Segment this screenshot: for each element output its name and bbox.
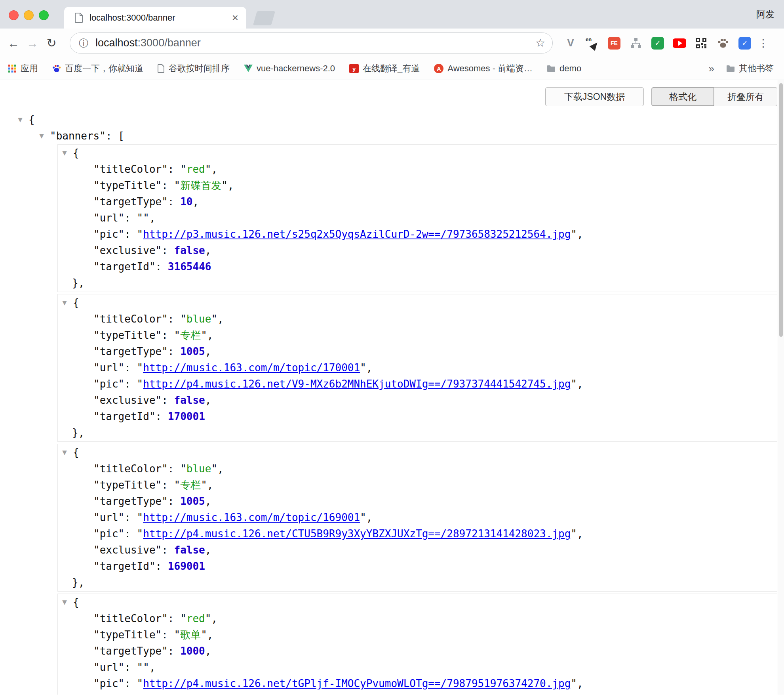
bookmark-awesomes[interactable]: A Awesomes - 前端资…	[434, 63, 533, 74]
json-property: "targetType": 1005,	[58, 493, 777, 510]
extension-icons: V en FE ✓ ✓	[563, 36, 752, 51]
json-url-link[interactable]: http://p4.music.126.net/tGPljf-IMOCyPvum…	[143, 676, 571, 692]
json-url-link[interactable]: http://p3.music.126.net/s25q2x5QyqsAzilC…	[143, 226, 571, 242]
paw-extension-icon[interactable]	[715, 36, 731, 51]
apps-grid-icon	[8, 64, 17, 73]
minimize-window-button[interactable]	[24, 10, 34, 20]
bookmark-star-icon[interactable]: ☆	[535, 36, 545, 50]
json-property: "targetId": 3165446	[58, 259, 777, 275]
json-property: "url": "",	[58, 659, 777, 676]
json-object-close-line: },	[58, 275, 777, 291]
address-bar[interactable]: ⓘ localhost:3000/banner ☆	[70, 32, 553, 53]
blue-shield-extension-icon[interactable]: ✓	[737, 36, 752, 51]
page-favicon-icon	[74, 13, 83, 23]
window-controls	[9, 10, 49, 20]
bookmark-other-bookmarks[interactable]: 其他书签	[726, 63, 774, 74]
back-button[interactable]: ←	[4, 36, 23, 50]
fehelper-extension-icon[interactable]: FE	[607, 36, 622, 51]
new-tab-button[interactable]	[253, 11, 275, 25]
browser-toolbar: ← → ↻ ⓘ localhost:3000/banner ☆ V en FE …	[0, 29, 784, 57]
json-property: "url": "http://music.163.com/m/topic/169…	[58, 510, 777, 526]
page-info-icon[interactable]: ⓘ	[79, 37, 88, 50]
fullscreen-window-button[interactable]	[39, 10, 49, 20]
collapse-all-button[interactable]: 折叠所有	[714, 87, 777, 106]
sitemap-extension-icon[interactable]	[628, 36, 643, 51]
vue-logo-icon	[244, 65, 253, 73]
json-property: "url": "",	[58, 210, 777, 226]
youtube-extension-icon[interactable]	[672, 36, 687, 51]
tab-bar: localhost:3000/banner × 阿发	[0, 0, 784, 29]
profile-name[interactable]: 阿发	[756, 0, 774, 29]
green-shield-extension-icon[interactable]: ✓	[650, 36, 665, 51]
json-property: "targetType": 1000,	[58, 643, 777, 659]
scrollbar-thumb[interactable]	[779, 83, 783, 337]
json-property: "targetType": 10,	[58, 194, 777, 210]
collapse-toggle-icon[interactable]: ▼	[59, 295, 70, 311]
json-property: "titleColor": "red",	[58, 161, 777, 178]
json-object-block: ▼ { "titleColor": "red","typeTitle": "新碟…	[57, 144, 777, 292]
translate-extension-icon[interactable]: en	[585, 36, 600, 51]
bookmark-vue-hackernews[interactable]: vue-hackernews-2.0	[244, 63, 335, 74]
format-button[interactable]: 格式化	[651, 87, 714, 106]
json-object-close-line: },	[58, 575, 777, 591]
bookmark-youdao[interactable]: y 在线翻译_有道	[349, 63, 420, 74]
json-property: "titleColor": "blue",	[58, 311, 777, 327]
json-object-open-line: ▼ {	[58, 594, 777, 611]
json-property: "pic": "http://p4.music.126.net/CTU5B9R9…	[58, 526, 777, 542]
json-url-link[interactable]: http://p4.music.126.net/V9-MXz6b2MNhEKju…	[143, 376, 571, 392]
collapse-toggle-icon[interactable]: ▼	[14, 112, 26, 128]
json-property: "targetType": 1005,	[58, 344, 777, 360]
json-tree: ▼ { ▼ "banners": [ ▼ { "titleColor": "re…	[0, 80, 784, 695]
json-banner-list: ▼ { "titleColor": "red","typeTitle": "新碟…	[0, 144, 784, 695]
tab-close-icon[interactable]: ×	[232, 12, 238, 23]
json-property: "titleColor": "blue",	[58, 461, 777, 477]
collapse-toggle-icon[interactable]: ▼	[36, 128, 48, 144]
url-path: :3000/banner	[138, 37, 201, 49]
bookmark-google-sort[interactable]: 谷歌按时间排序	[158, 63, 230, 74]
baidu-paw-icon	[52, 64, 61, 73]
folder-icon	[726, 65, 735, 72]
json-url-link[interactable]: http://music.163.com/m/topic/169001	[143, 510, 360, 526]
json-property: "url": "http://music.163.com/m/topic/170…	[58, 360, 777, 376]
page-content: 下载JSON数据 格式化 折叠所有 ▼ { ▼ "banners": [ ▼ {…	[0, 80, 784, 695]
collapse-toggle-icon[interactable]: ▼	[59, 145, 70, 161]
json-property: "typeTitle": "新碟首发",	[58, 178, 777, 194]
json-object-close-line: },	[58, 425, 777, 441]
json-property: "targetId": 170001	[58, 409, 777, 425]
json-url-link[interactable]: http://p4.music.126.net/CTU5B9R9y3XyYBZX…	[143, 526, 571, 542]
collapse-toggle-icon[interactable]: ▼	[59, 594, 70, 611]
qr-code-extension-icon[interactable]	[694, 36, 709, 51]
forward-button[interactable]: →	[23, 36, 42, 50]
json-object-open-line: ▼ {	[58, 145, 777, 161]
json-property: "typeTitle": "专栏",	[58, 477, 777, 493]
bookmark-baidu[interactable]: 百度一下，你就知道	[52, 63, 143, 74]
json-url-link[interactable]: http://music.163.com/m/topic/170001	[143, 360, 360, 376]
url-host: localhost	[95, 37, 138, 49]
document-icon	[158, 64, 165, 73]
collapse-toggle-icon[interactable]: ▼	[59, 445, 70, 461]
awesomes-icon: A	[434, 64, 443, 73]
json-root-line: ▼ {	[14, 112, 784, 128]
browser-window: localhost:3000/banner × 阿发 ← → ↻ ⓘ local…	[0, 0, 784, 695]
bookmarks-overflow-chevron[interactable]: »	[709, 63, 714, 75]
json-property: "typeTitle": "歌单",	[58, 627, 777, 643]
youdao-icon: y	[349, 64, 359, 73]
json-object-block: ▼ { "titleColor": "blue","typeTitle": "专…	[57, 444, 777, 592]
reload-button[interactable]: ↻	[42, 36, 61, 50]
url-text[interactable]: localhost:3000/banner	[95, 37, 535, 49]
v-extension-icon[interactable]: V	[563, 36, 578, 51]
close-window-button[interactable]	[9, 10, 19, 20]
json-property: "exclusive": false,	[58, 242, 777, 259]
json-property: "pic": "http://p3.music.126.net/s25q2x5Q…	[58, 226, 777, 242]
browser-tab[interactable]: localhost:3000/banner ×	[64, 7, 246, 29]
bookmark-apps[interactable]: 应用	[8, 63, 38, 74]
json-property: "exclusive": false,	[58, 542, 777, 558]
json-property: "exclusive": false,	[58, 392, 777, 409]
chrome-menu-icon[interactable]: ⋮	[758, 37, 769, 50]
vertical-scrollbar[interactable]	[778, 80, 784, 695]
json-property: "titleColor": "red",	[58, 611, 777, 627]
download-json-button[interactable]: 下载JSON数据	[545, 87, 644, 106]
bookmark-folder-demo[interactable]: demo	[547, 63, 581, 74]
json-property: "exclusive": false	[58, 692, 777, 695]
json-object-block: ▼ { "titleColor": "blue","typeTitle": "专…	[57, 294, 777, 442]
